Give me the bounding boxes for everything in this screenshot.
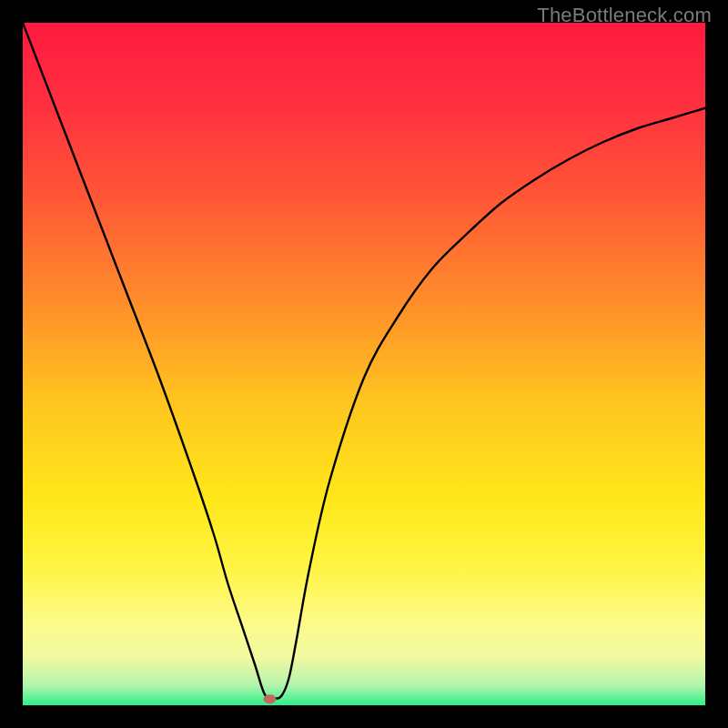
minimum-marker — [264, 694, 277, 703]
chart-container: TheBottleneck.com — [0, 0, 728, 728]
gradient-background — [23, 23, 705, 705]
watermark-text: TheBottleneck.com — [537, 4, 712, 27]
plot-area — [23, 23, 705, 705]
chart-svg — [23, 23, 705, 705]
